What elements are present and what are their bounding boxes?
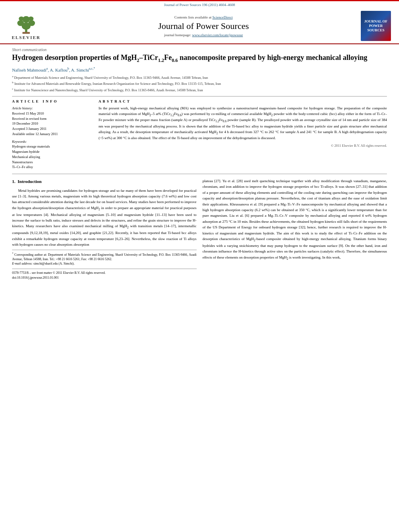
keyword-4: Nanostructures	[12, 160, 93, 165]
journal-title: Journal of Power Sources	[52, 21, 355, 31]
journal-citation: Journal of Power Sources 196 (2011) 4604…	[164, 3, 235, 7]
intro-heading: 1. Introduction	[12, 178, 197, 185]
abstract-label: A B S T R A C T	[99, 99, 387, 105]
available-date: Available online 12 January 2011	[12, 131, 93, 137]
footnote-text: * Corresponding author at: Department of…	[12, 251, 197, 261]
body-section: 1. Introduction Metal hydrides are promi…	[12, 178, 387, 281]
affiliation-c: c Institute for Nanoscience and Nanotech…	[12, 87, 387, 93]
journal-url[interactable]: www.elsevier.com/locate/jpowsour	[192, 33, 243, 37]
footer-issn-block: 0378-7753/$ – see front matter © 2011 El…	[12, 269, 197, 281]
author2-name: A. Kaflou	[50, 68, 68, 72]
keyword-2: Magnesium hydride	[12, 149, 93, 154]
footnote-email: E-mail address: simchi@sharif.edu (A. Si…	[12, 261, 197, 266]
revised-label: Received in revised form	[12, 116, 93, 121]
journal-homepage-line: journal homepage: www.elsevier.com/locat…	[52, 33, 355, 37]
elsevier-wordmark: ELSEVIER	[12, 35, 41, 40]
authors-line: Nafiseh Mahmoudia, A. Kafloub, A. Simchi…	[12, 67, 387, 72]
history-block: Article history: Received 15 May 2010 Re…	[12, 106, 93, 137]
doi-line: doi:10.1016/j.jpowsour.2011.01.001	[12, 275, 197, 281]
article-type-label: Short communication	[12, 47, 387, 52]
affiliations-block: a Department of Materials Science and En…	[12, 74, 387, 93]
contents-available-line: Contents lists available at ScienceDirec…	[52, 15, 355, 19]
intro-para-2: plateau [27]. Yu et al. [28] used melt q…	[203, 178, 387, 261]
svg-rect-7	[23, 32, 30, 34]
body-col-right: plateau [27]. Yu et al. [28] used melt q…	[203, 178, 387, 281]
body-col-left: 1. Introduction Metal hydrides are promi…	[12, 178, 197, 281]
author2-sup: b	[68, 67, 69, 70]
paper-title: Hydrogen desorption properties of MgH2–T…	[12, 53, 387, 64]
author1-sup: a	[46, 67, 48, 70]
affiliation-b: b Institute for Advanced Materials and R…	[12, 80, 387, 86]
issn-line: 0378-7753/$ – see front matter © 2011 El…	[12, 271, 197, 276]
keyword-3: Mechanical alloying	[12, 154, 93, 160]
accepted-date: Accepted 3 January 2011	[12, 126, 93, 131]
title-sub2: 1.2	[158, 58, 164, 63]
keyword-1: Hydrogen storage materials	[12, 144, 93, 149]
divider-2	[12, 174, 387, 174]
author3-name: A. Simchi	[71, 68, 89, 72]
received-date: Received 15 May 2010	[12, 111, 93, 116]
main-content: Short communication Hydrogen desorption …	[0, 44, 399, 287]
affiliation-a: a Department of Materials Science and En…	[12, 74, 387, 80]
journal-header: ELSEVIER Contents lists available at Sci…	[0, 8, 399, 44]
article-info-col: A R T I C L E I N F O Article history: R…	[12, 99, 93, 170]
abstract-text: In the present work, high-energy mechani…	[99, 106, 387, 141]
author1-name: Nafiseh Mahmoudi	[12, 68, 46, 72]
power-sources-logo: JOURNAL OFPOWERSOURCES	[361, 11, 391, 41]
sciencedirect-link[interactable]: ScienceDirect	[212, 15, 232, 19]
keyword-5: Ti–Cr–Fe alloy	[12, 164, 93, 170]
journal-reference-bar: Journal of Power Sources 196 (2011) 4604…	[0, 0, 399, 8]
copyright-line: © 2011 Elsevier B.V. All rights reserved…	[99, 143, 387, 148]
abstract-col: A B S T R A C T In the present work, hig…	[99, 99, 387, 170]
intro-para-1: Metal hydrides are promising candidates …	[12, 188, 197, 248]
divider-1	[12, 96, 387, 97]
title-sub3: 0.6	[172, 58, 178, 63]
elsevier-logo: ELSEVIER	[8, 12, 44, 40]
journal-center-header: Contents lists available at ScienceDirec…	[52, 15, 355, 37]
author3-sup: a,c,*	[89, 67, 95, 70]
keywords-label: Keywords:	[12, 139, 93, 144]
page: Journal of Power Sources 196 (2011) 4604…	[0, 0, 399, 532]
article-info-abstract: A R T I C L E I N F O Article history: R…	[12, 99, 387, 170]
ps-logo-title: JOURNAL OFPOWERSOURCES	[364, 19, 388, 32]
article-info-label: A R T I C L E I N F O	[12, 99, 93, 105]
keywords-block: Keywords: Hydrogen storage materials Mag…	[12, 139, 93, 170]
title-sub1: 2	[137, 58, 139, 63]
history-label: Article history:	[12, 106, 93, 111]
footnote-block: * Corresponding author at: Department of…	[12, 250, 197, 266]
elsevier-tree-icon	[12, 12, 40, 34]
svg-point-6	[29, 16, 34, 21]
revised-date: 19 December 2010	[12, 121, 93, 126]
svg-point-5	[19, 16, 24, 21]
